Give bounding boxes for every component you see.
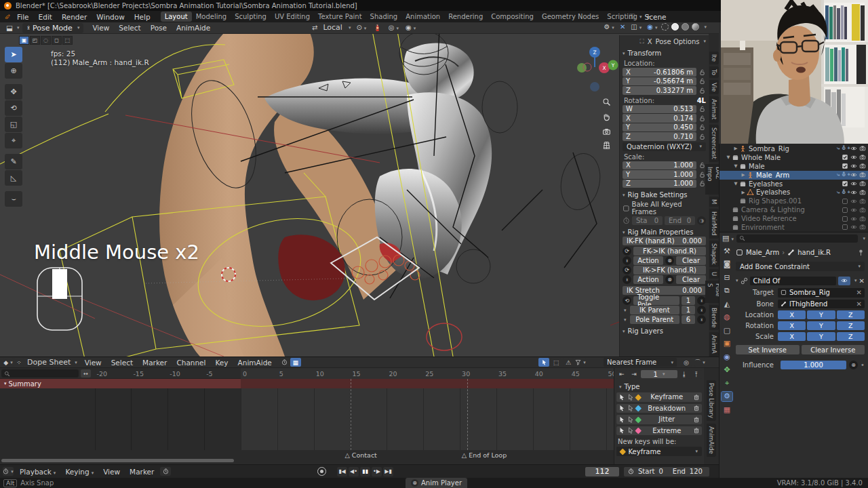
npanel-tab-shapek[interactable]: Shapek — [709, 241, 719, 268]
keyframe-area[interactable] — [0, 388, 614, 450]
properties-tab-bone-constraint[interactable]: ⚙ — [722, 392, 732, 401]
outliner-row-male[interactable]: ▼Male — [719, 162, 868, 171]
playbar-menu-playback[interactable]: Playback▾ — [15, 466, 60, 477]
cancel-icon2[interactable]: ⊗ — [665, 275, 674, 284]
tool-tweak-select[interactable]: ➤ — [5, 47, 22, 62]
outliner-row-video-reference[interactable]: Video Reference — [719, 214, 868, 223]
playbar-menu-view[interactable]: View — [98, 466, 125, 477]
ik2fk-button[interactable]: IK->FK (hand.R) — [633, 266, 706, 274]
push-down-icon[interactable]: ⭳ — [679, 370, 690, 379]
workspace-tab-modeling[interactable]: Modeling — [192, 12, 231, 22]
properties-tab-texture[interactable]: ▦ — [722, 405, 732, 414]
eye-toggle-icon[interactable] — [850, 171, 857, 178]
workspace-tab-geometry-nodes[interactable]: Geometry Nodes — [538, 12, 603, 22]
shading-rendered-button[interactable] — [692, 23, 699, 30]
expand-channels-button[interactable]: ↔ — [81, 369, 91, 378]
timeline-editor-type-button[interactable]: ▾ — [3, 467, 14, 476]
clear-inverse-button[interactable]: Clear Inverse — [802, 345, 865, 354]
pole-parent-value[interactable]: 6 — [682, 315, 695, 324]
frame-offset-field[interactable]: 1▾ — [641, 370, 677, 378]
fk2ik-button[interactable]: FK->IK (hand.R) — [633, 247, 706, 256]
ds-tweak-icon[interactable] — [538, 358, 549, 367]
type-row-breakdown[interactable]: Breakdown — [616, 404, 702, 413]
constraint-name-field[interactable]: Child Of — [750, 277, 837, 285]
workspace-tab-uv-editing[interactable]: UV Editing — [271, 12, 314, 22]
cam-toggle-icon[interactable] — [859, 216, 866, 222]
orientation-dropdown[interactable]: Local — [323, 23, 342, 32]
scale-y-toggle[interactable]: Y — [807, 332, 835, 341]
location-x-toggle[interactable]: X — [778, 310, 806, 319]
ubox-toggle-icon[interactable] — [842, 207, 848, 214]
rotation-z-toggle[interactable]: Z — [837, 321, 865, 330]
breadcrumb-bone[interactable]: hand_ik.R — [797, 249, 831, 256]
expand-toggle[interactable]: ▶ — [732, 146, 739, 151]
outliner-row-eyelashes[interactable]: ▼Eyelashes — [719, 180, 868, 188]
constraint-extras-caret[interactable]: ▾ — [854, 278, 857, 283]
outliner-row-environment[interactable]: Environment — [719, 223, 868, 232]
location-y-toggle[interactable]: Y — [807, 310, 835, 319]
ds-mode-icon[interactable]: ⁘ — [14, 358, 24, 367]
lock-icon[interactable] — [698, 133, 706, 140]
npanel-tab-blende[interactable]: Blende — [709, 305, 719, 330]
pin-icon[interactable] — [857, 249, 865, 256]
panel-riglayers-header[interactable]: ▾Rig Layers — [623, 327, 706, 336]
cam-toggle-icon[interactable] — [859, 224, 866, 230]
ds-editor-type-button[interactable]: ◆▾ — [3, 358, 14, 367]
lock-icon[interactable] — [698, 68, 706, 76]
viewport-canvas[interactable]: Z X Y — [0, 34, 719, 357]
expand-toggle[interactable]: ▼ — [732, 181, 739, 186]
deselect-keys-icon[interactable] — [627, 416, 634, 423]
tool-transform[interactable]: ⌖ — [5, 133, 22, 148]
workspace-tab-animation[interactable]: Animation — [401, 12, 444, 22]
pause-button[interactable]: ▮▮ — [360, 467, 370, 476]
rotation-w-field[interactable]: W0.513 — [623, 105, 696, 114]
eye-toggle-icon[interactable] — [850, 154, 857, 161]
check-toggle-icon[interactable] — [842, 154, 848, 161]
select-mode-circle[interactable]: ◌ — [41, 36, 51, 45]
jump-to-end-button[interactable]: ▶▮ — [383, 467, 393, 476]
workspace-tab-sculpting[interactable]: Sculpting — [231, 12, 271, 22]
properties-options-caret[interactable]: ▾ — [863, 236, 865, 241]
overlays-dropdown[interactable]: ◫▾ — [629, 23, 643, 30]
outliner-row-sombra-rig[interactable]: ▶Sombra_Rig⤷ ⛢ ⌖ — [719, 144, 868, 153]
check-toggle-icon[interactable] — [842, 163, 848, 169]
delete-keys-icon[interactable] — [693, 405, 700, 411]
dopesheet-menu-key[interactable]: Key — [211, 357, 233, 368]
type-row-keyframe[interactable]: Keyframe — [616, 392, 702, 402]
npanel-tab-to[interactable]: To — [709, 66, 719, 78]
dopesheet-menu-channel[interactable]: Channel — [172, 357, 210, 368]
outliner-row-whole-male[interactable]: ▼Whole Male — [719, 153, 868, 162]
workspace-tab-rendering[interactable]: Rendering — [444, 12, 487, 22]
bake-all-checkbox-row[interactable]: Bake All Keyed Frames — [623, 201, 706, 216]
pole-parent-button[interactable]: Pole Parent — [630, 315, 679, 324]
blender-menu-icon[interactable]: 🜚 — [4, 13, 11, 20]
tool-move[interactable]: ✥ — [5, 84, 22, 100]
cam-toggle-icon[interactable] — [859, 207, 866, 214]
delete-keys-icon[interactable] — [693, 416, 700, 423]
new-key-type-dropdown[interactable]: Keyframe▾ — [616, 447, 702, 456]
ds-marquee-icon[interactable]: ⬚ — [551, 358, 561, 367]
cam-toggle-icon[interactable] — [859, 163, 866, 169]
scale-z-toggle[interactable]: Z — [837, 332, 865, 341]
xray-toggle-button[interactable]: ✕ — [618, 23, 627, 30]
action-button[interactable]: Action — [633, 256, 663, 265]
viewport-menu-view[interactable]: View — [87, 22, 114, 33]
eye-toggle-icon[interactable] — [850, 224, 857, 230]
show-overlays-button[interactable]: ◉▾ — [646, 23, 658, 30]
tool-pose-breakdowner[interactable]: ⌣ — [5, 191, 22, 207]
target-clear-x[interactable]: ✕ — [856, 289, 862, 296]
lock-icon[interactable] — [698, 105, 706, 113]
dopesheet-tab-animaide[interactable]: AnimAide — [707, 424, 716, 457]
breadcrumb-object[interactable]: Male_Arm — [746, 249, 779, 256]
clear-button[interactable]: Clear — [676, 256, 706, 265]
timeline-scrollbar[interactable] — [1, 459, 234, 462]
viewport-menu-select[interactable]: Select — [114, 22, 145, 33]
properties-tab-object[interactable]: ▣ — [722, 339, 732, 348]
properties-tab-view-layer[interactable]: ⧉ — [722, 286, 732, 296]
playbar-menu-marker[interactable]: Marker — [125, 466, 159, 477]
ds-curve-icon[interactable]: ⌒▾ — [694, 358, 705, 367]
shading-material-button[interactable] — [682, 23, 689, 30]
auto-key-record-button[interactable] — [317, 467, 326, 476]
bone-field[interactable]: lThighBend ✕ — [778, 300, 865, 309]
rotation-z-field[interactable]: Z0.710 — [623, 132, 696, 141]
